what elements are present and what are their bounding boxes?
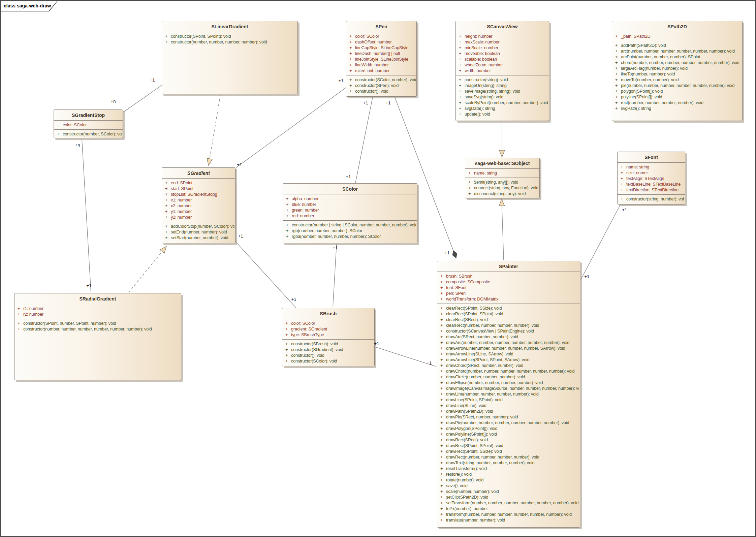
class-title: SFont: [618, 152, 685, 162]
method-row: +drawArrowLine(number, number, number, n…: [437, 345, 579, 351]
attr-text: size: numer: [626, 170, 684, 176]
attr-text: r1: number: [23, 306, 180, 311]
visibility-sign: +: [437, 437, 446, 443]
attr-row: +dashOffset: number: [346, 39, 416, 45]
method-row: +constructor(number | string | SColor, n…: [283, 222, 416, 228]
class-box-spainter[interactable]: SPainter+brush: SBrush+composite: SCompo…: [437, 261, 580, 528]
attr-text: textAlign: STextAlign: [626, 176, 684, 181]
method-row: +constructor(SColor, number): void: [346, 77, 416, 83]
attr-text: lineJoinStyle: SLineJoinStyle: [355, 56, 416, 62]
visibility-sign: +: [283, 228, 292, 233]
frame-tab: class saga-web-draw: [1, 1, 58, 11]
attr-text: name: string: [474, 170, 539, 176]
method-text: polyline(SPoint[]): void: [621, 94, 742, 100]
class-box-sradialgradient[interactable]: SRadialGradient+r1: number+r2: number+co…: [14, 293, 181, 380]
visibility-sign: +: [437, 477, 446, 483]
class-box-scolor[interactable]: SColor+alpha: number+blue: number+green:…: [283, 183, 417, 243]
attr-row: +end: SPoint: [162, 180, 234, 186]
attr-text: gradient: SGradient: [291, 326, 374, 332]
attr-text: textBaseLine: STextBaseLine: [626, 181, 684, 187]
visibility-sign: +: [437, 454, 446, 460]
attr-row: +width: number: [456, 68, 548, 73]
visibility-sign: +: [162, 223, 171, 229]
class-box-saga-web-base-sobject[interactable]: saga-web-base::SObject+name: string+$emi…: [465, 158, 540, 198]
attr-row: +start: SPoint: [162, 186, 234, 191]
attributes-compartment: +height: number+maxScale: number+minScal…: [456, 32, 549, 75]
visibility-sign: +: [618, 164, 626, 170]
visibility-sign: +: [618, 196, 626, 202]
attr-row: +minScale: number: [456, 45, 548, 51]
method-text: addPath(SPath2D): void: [621, 42, 742, 48]
connector-spainter-sbrush: [375, 347, 436, 367]
method-row: +clearRect(SPoint, SPoint): void: [437, 311, 579, 317]
method-row: +constructor(SPen): void: [346, 83, 416, 88]
method-row: +rgba(number, number, number, number): S…: [283, 233, 416, 239]
method-text: constructor(string, number): void: [626, 196, 684, 202]
method-text: setStart(number, number): void: [171, 235, 234, 241]
attr-row: +gradient: SGradient: [282, 326, 374, 332]
attr-row: +height: number: [456, 33, 548, 39]
attr-text: blue: number: [292, 201, 416, 207]
methods-compartment: +$emit(string, any[]): void+connect(stri…: [465, 178, 539, 198]
method-text: drawPath(SPath2D): void: [446, 408, 579, 414]
attributes-compartment: +name: string+size: numer+textAlign: STe…: [618, 162, 685, 194]
connector-slineargradient-sgradientstop: [123, 85, 162, 112]
method-row: +drawEllipse(number, number, number, num…: [437, 380, 579, 385]
class-box-sgradientstop[interactable]: SGradientStop-color: SColor+constructor(…: [54, 109, 123, 138]
class-box-sgradient[interactable]: SGradient+end: SPoint+start: SPoint+stop…: [162, 167, 235, 243]
methods-compartment: +constructor(number, SColor): void: [54, 129, 123, 138]
attr-text: color: SColor: [355, 33, 416, 39]
class-title: SLinearGradient: [162, 21, 297, 32]
method-text: drawImage(CanvasImageSource, number, num…: [446, 385, 579, 391]
visibility-sign: +: [612, 83, 621, 88]
visibility-sign: +: [437, 357, 446, 362]
visibility-sign: +: [456, 77, 465, 83]
visibility-sign: +: [437, 443, 446, 448]
attr-text: width: number: [465, 68, 548, 73]
visibility-sign: +: [346, 33, 355, 39]
visibility-sign: +: [618, 170, 626, 176]
method-text: drawChord(number, number, number, number…: [446, 368, 579, 374]
visibility-sign: +: [612, 33, 621, 39]
multiplicity-label: +1: [363, 100, 368, 105]
class-box-spen[interactable]: SPen+color: SColor+dashOffset: number+li…: [346, 21, 417, 97]
class-box-sfont[interactable]: SFont+name: string+size: numer+textAlign…: [617, 152, 685, 204]
visibility-sign: +: [162, 39, 171, 45]
visibility-sign: +: [465, 179, 474, 185]
method-text: clearRect(SPoint, SSize): void: [446, 305, 579, 311]
method-row: +saveSvg(string): void: [456, 94, 548, 100]
method-row: +constructor(SGradient): void: [282, 347, 374, 352]
method-row: +rgb(number, number, number): SColor: [283, 228, 416, 233]
method-row: +setTransform(number, number, number, nu…: [437, 500, 579, 506]
method-text: save(): void: [446, 483, 579, 488]
method-text: rotate(number): void: [446, 477, 579, 483]
attributes-compartment: +alpha: number+blue: number+green: numbe…: [283, 194, 417, 220]
visibility-sign: +: [437, 279, 446, 285]
attr-row: +lineWidth: number: [346, 62, 416, 68]
method-row: +drawImage(CanvasImageSource, number, nu…: [437, 385, 579, 391]
method-text: setEnd(number, number): void: [171, 229, 234, 235]
class-box-slineargradient[interactable]: SLinearGradient+constructor(SPoint, SPoi…: [162, 21, 298, 94]
attr-text: height: number: [465, 33, 548, 39]
class-box-scanvasview[interactable]: SCanvasView+height: number+maxScale: num…: [455, 21, 549, 121]
visibility-sign: +: [437, 431, 446, 437]
visibility-sign: +: [162, 209, 171, 214]
method-text: constructor(number, SColor): void: [63, 131, 122, 137]
class-title: SPainter: [437, 261, 580, 272]
attr-text: x1: number: [171, 197, 234, 203]
visibility-sign: +: [437, 368, 446, 374]
multiplicity-label: +1: [238, 233, 243, 239]
attr-text: color: SColor: [291, 320, 374, 326]
method-text: constructor(SBrush): void: [291, 341, 374, 347]
method-row: +drawLine(number, number, number, number…: [437, 391, 579, 397]
attr-text: textDirection: STextDirection: [626, 187, 684, 193]
method-row: +drawText(string, number, number, number…: [437, 460, 579, 466]
visibility-sign: +: [618, 181, 626, 187]
class-box-spath2d[interactable]: SPath2D+_path: SPath2D+addPath(SPath2D):…: [612, 21, 743, 121]
visibility-sign: +: [437, 317, 446, 322]
visibility-sign: +: [612, 100, 621, 105]
visibility-sign: +: [437, 362, 446, 368]
class-box-sbrush[interactable]: SBrush+color: SColor+gradient: SGradient…: [282, 308, 375, 366]
visibility-sign: +: [14, 326, 23, 332]
visibility-sign: +: [437, 420, 446, 425]
